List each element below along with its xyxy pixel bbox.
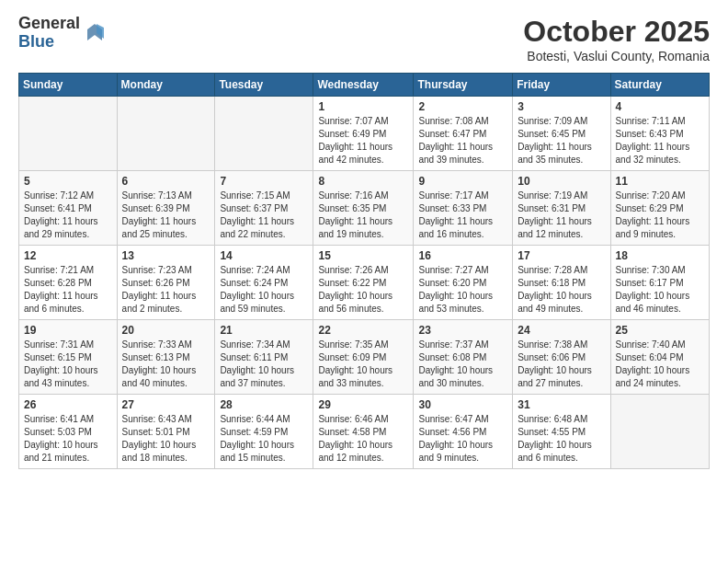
day-info: Sunrise: 7:07 AM Sunset: 6:49 PM Dayligh… bbox=[318, 115, 408, 167]
day-number: 11 bbox=[616, 175, 704, 188]
calendar-cell: 24Sunrise: 7:38 AM Sunset: 6:06 PM Dayli… bbox=[513, 320, 610, 395]
day-number: 6 bbox=[122, 175, 210, 188]
calendar-header: SundayMondayTuesdayWednesdayThursdayFrid… bbox=[19, 74, 710, 97]
day-info: Sunrise: 7:13 AM Sunset: 6:39 PM Dayligh… bbox=[122, 190, 210, 241]
calendar-cell: 22Sunrise: 7:35 AM Sunset: 6:09 PM Dayli… bbox=[313, 320, 414, 395]
calendar-cell: 18Sunrise: 7:30 AM Sunset: 6:17 PM Dayli… bbox=[610, 246, 709, 320]
calendar-cell: 23Sunrise: 7:37 AM Sunset: 6:08 PM Dayli… bbox=[414, 320, 513, 395]
weekday-header: Sunday bbox=[19, 74, 118, 97]
day-info: Sunrise: 7:12 AM Sunset: 6:41 PM Dayligh… bbox=[24, 190, 112, 241]
day-number: 20 bbox=[122, 324, 210, 337]
day-number: 23 bbox=[418, 324, 507, 337]
calendar-cell: 8Sunrise: 7:16 AM Sunset: 6:35 PM Daylig… bbox=[313, 171, 414, 246]
calendar-cell bbox=[117, 97, 215, 171]
day-number: 19 bbox=[24, 324, 112, 337]
calendar-cell bbox=[610, 395, 709, 469]
weekday-header: Tuesday bbox=[215, 74, 313, 97]
month-title: October 2025 bbox=[523, 15, 710, 49]
calendar-cell: 29Sunrise: 6:46 AM Sunset: 4:58 PM Dayli… bbox=[313, 395, 414, 469]
day-info: Sunrise: 7:23 AM Sunset: 6:26 PM Dayligh… bbox=[122, 264, 210, 316]
calendar-cell: 16Sunrise: 7:27 AM Sunset: 6:20 PM Dayli… bbox=[414, 246, 513, 320]
calendar-cell: 27Sunrise: 6:43 AM Sunset: 5:01 PM Dayli… bbox=[117, 395, 215, 469]
weekday-header: Wednesday bbox=[313, 74, 414, 97]
calendar-cell: 17Sunrise: 7:28 AM Sunset: 6:18 PM Dayli… bbox=[513, 246, 610, 320]
calendar-week-row: 1Sunrise: 7:07 AM Sunset: 6:49 PM Daylig… bbox=[19, 97, 710, 171]
day-number: 10 bbox=[518, 175, 605, 188]
calendar-cell: 12Sunrise: 7:21 AM Sunset: 6:28 PM Dayli… bbox=[19, 246, 118, 320]
day-number: 31 bbox=[518, 398, 605, 411]
logo-icon bbox=[84, 22, 106, 44]
header: General Blue October 2025 Botesti, Vaslu… bbox=[18, 15, 710, 63]
calendar-week-row: 19Sunrise: 7:31 AM Sunset: 6:15 PM Dayli… bbox=[19, 320, 710, 395]
day-info: Sunrise: 6:47 AM Sunset: 4:56 PM Dayligh… bbox=[418, 413, 507, 465]
day-info: Sunrise: 7:08 AM Sunset: 6:47 PM Dayligh… bbox=[418, 115, 507, 167]
day-number: 16 bbox=[418, 249, 507, 262]
day-info: Sunrise: 7:37 AM Sunset: 6:08 PM Dayligh… bbox=[418, 339, 507, 390]
calendar-cell: 11Sunrise: 7:20 AM Sunset: 6:29 PM Dayli… bbox=[610, 171, 709, 246]
calendar-cell: 2Sunrise: 7:08 AM Sunset: 6:47 PM Daylig… bbox=[414, 97, 513, 171]
day-info: Sunrise: 7:28 AM Sunset: 6:18 PM Dayligh… bbox=[518, 264, 605, 316]
day-number: 14 bbox=[220, 249, 308, 262]
day-info: Sunrise: 6:48 AM Sunset: 4:55 PM Dayligh… bbox=[518, 413, 605, 465]
calendar-cell: 1Sunrise: 7:07 AM Sunset: 6:49 PM Daylig… bbox=[313, 97, 414, 171]
page: General Blue October 2025 Botesti, Vaslu… bbox=[0, 0, 728, 484]
calendar-cell: 15Sunrise: 7:26 AM Sunset: 6:22 PM Dayli… bbox=[313, 246, 414, 320]
day-number: 29 bbox=[318, 398, 408, 411]
calendar-cell: 21Sunrise: 7:34 AM Sunset: 6:11 PM Dayli… bbox=[215, 320, 313, 395]
day-number: 15 bbox=[318, 249, 408, 262]
day-info: Sunrise: 7:11 AM Sunset: 6:43 PM Dayligh… bbox=[616, 115, 704, 167]
day-info: Sunrise: 6:43 AM Sunset: 5:01 PM Dayligh… bbox=[122, 413, 210, 465]
logo-text: General Blue bbox=[18, 15, 80, 52]
weekday-header: Monday bbox=[117, 74, 215, 97]
day-number: 2 bbox=[418, 100, 507, 113]
weekday-header: Friday bbox=[513, 74, 610, 97]
calendar-cell: 25Sunrise: 7:40 AM Sunset: 6:04 PM Dayli… bbox=[610, 320, 709, 395]
logo-general: General bbox=[18, 15, 80, 33]
day-info: Sunrise: 7:26 AM Sunset: 6:22 PM Dayligh… bbox=[318, 264, 408, 316]
day-number: 30 bbox=[418, 398, 507, 411]
calendar-cell bbox=[19, 97, 118, 171]
calendar-cell: 9Sunrise: 7:17 AM Sunset: 6:33 PM Daylig… bbox=[414, 171, 513, 246]
calendar-cell: 7Sunrise: 7:15 AM Sunset: 6:37 PM Daylig… bbox=[215, 171, 313, 246]
day-number: 3 bbox=[518, 100, 605, 113]
calendar-cell: 5Sunrise: 7:12 AM Sunset: 6:41 PM Daylig… bbox=[19, 171, 118, 246]
calendar-cell: 31Sunrise: 6:48 AM Sunset: 4:55 PM Dayli… bbox=[513, 395, 610, 469]
day-info: Sunrise: 7:21 AM Sunset: 6:28 PM Dayligh… bbox=[24, 264, 112, 316]
day-number: 18 bbox=[616, 249, 704, 262]
day-number: 27 bbox=[122, 398, 210, 411]
weekday-row: SundayMondayTuesdayWednesdayThursdayFrid… bbox=[19, 74, 710, 97]
day-info: Sunrise: 7:31 AM Sunset: 6:15 PM Dayligh… bbox=[24, 339, 112, 390]
logo: General Blue bbox=[18, 15, 106, 52]
weekday-header: Saturday bbox=[610, 74, 709, 97]
logo-blue: Blue bbox=[18, 33, 80, 52]
day-number: 4 bbox=[616, 100, 704, 113]
day-info: Sunrise: 7:16 AM Sunset: 6:35 PM Dayligh… bbox=[318, 190, 408, 241]
day-info: Sunrise: 7:30 AM Sunset: 6:17 PM Dayligh… bbox=[616, 264, 704, 316]
day-info: Sunrise: 7:09 AM Sunset: 6:45 PM Dayligh… bbox=[518, 115, 605, 167]
day-number: 12 bbox=[24, 249, 112, 262]
calendar-cell: 6Sunrise: 7:13 AM Sunset: 6:39 PM Daylig… bbox=[117, 171, 215, 246]
day-info: Sunrise: 7:17 AM Sunset: 6:33 PM Dayligh… bbox=[418, 190, 507, 241]
day-number: 24 bbox=[518, 324, 605, 337]
calendar-cell: 10Sunrise: 7:19 AM Sunset: 6:31 PM Dayli… bbox=[513, 171, 610, 246]
calendar: SundayMondayTuesdayWednesdayThursdayFrid… bbox=[18, 73, 710, 469]
day-info: Sunrise: 7:20 AM Sunset: 6:29 PM Dayligh… bbox=[616, 190, 704, 241]
calendar-week-row: 26Sunrise: 6:41 AM Sunset: 5:03 PM Dayli… bbox=[19, 395, 710, 469]
day-number: 5 bbox=[24, 175, 112, 188]
day-info: Sunrise: 7:40 AM Sunset: 6:04 PM Dayligh… bbox=[616, 339, 704, 390]
day-info: Sunrise: 6:46 AM Sunset: 4:58 PM Dayligh… bbox=[318, 413, 408, 465]
location: Botesti, Vaslui County, Romania bbox=[523, 49, 710, 63]
day-info: Sunrise: 6:44 AM Sunset: 4:59 PM Dayligh… bbox=[220, 413, 308, 465]
calendar-body: 1Sunrise: 7:07 AM Sunset: 6:49 PM Daylig… bbox=[19, 97, 710, 469]
day-number: 21 bbox=[220, 324, 308, 337]
day-info: Sunrise: 7:27 AM Sunset: 6:20 PM Dayligh… bbox=[418, 264, 507, 316]
day-number: 26 bbox=[24, 398, 112, 411]
day-info: Sunrise: 6:41 AM Sunset: 5:03 PM Dayligh… bbox=[24, 413, 112, 465]
day-number: 13 bbox=[122, 249, 210, 262]
day-number: 8 bbox=[318, 175, 408, 188]
title-area: October 2025 Botesti, Vaslui County, Rom… bbox=[523, 15, 710, 63]
day-number: 25 bbox=[616, 324, 704, 337]
day-info: Sunrise: 7:24 AM Sunset: 6:24 PM Dayligh… bbox=[220, 264, 308, 316]
day-info: Sunrise: 7:19 AM Sunset: 6:31 PM Dayligh… bbox=[518, 190, 605, 241]
day-info: Sunrise: 7:15 AM Sunset: 6:37 PM Dayligh… bbox=[220, 190, 308, 241]
